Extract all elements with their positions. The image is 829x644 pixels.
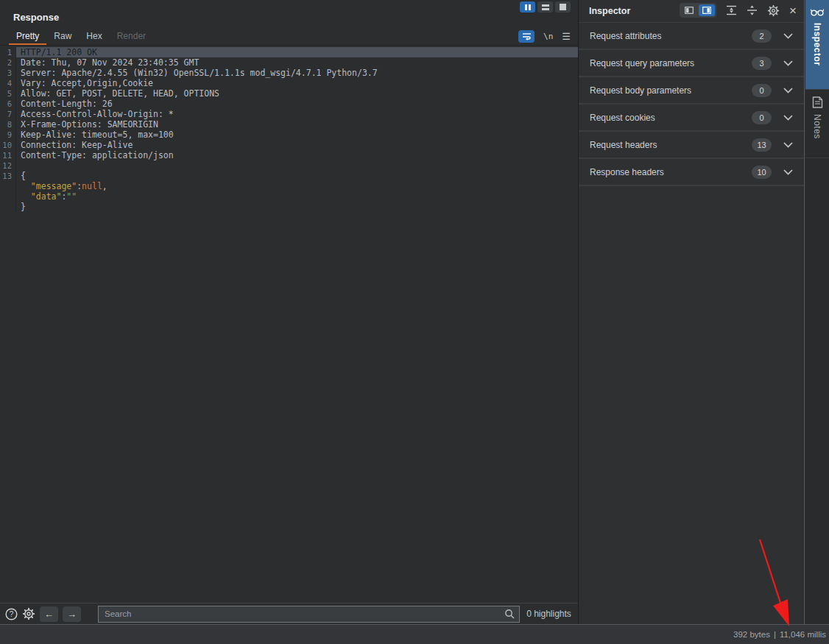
line-number: 5 — [0, 88, 16, 99]
editor-line: 9Keep-Alive: timeout=5, max=100 — [0, 130, 578, 140]
editor-line: 3Server: Apache/2.4.55 (Win32) OpenSSL/1… — [0, 68, 578, 78]
line-content: Date: Thu, 07 Nov 2024 23:40:35 GMT — [16, 57, 578, 68]
line-content: } — [16, 202, 578, 212]
collapse-all-button[interactable] — [747, 5, 758, 15]
editor-line: 8X-Frame-Options: SAMEORIGIN — [0, 119, 578, 130]
line-number: 3 — [0, 68, 16, 78]
line-content: "message":null, — [16, 181, 578, 191]
response-time: 11,046 millis — [780, 630, 826, 639]
line-content — [16, 160, 578, 171]
side-tab-strip: Inspector Notes — [805, 0, 829, 624]
dock-left-button[interactable] — [681, 4, 697, 16]
tab-render: Render — [110, 28, 153, 45]
line-number: 9 — [0, 130, 16, 140]
line-number: 8 — [0, 119, 16, 130]
line-content: Content-Type: application/json — [16, 150, 578, 160]
inspector-section-row[interactable]: Request body parameters 0 — [579, 77, 804, 105]
section-label: Request attributes — [590, 31, 752, 41]
section-label: Request body parameters — [590, 85, 752, 96]
inspector-section-row[interactable]: Request query parameters 3 — [579, 50, 804, 77]
arrow-left-icon: ← — [44, 609, 54, 620]
dock-right-icon — [702, 7, 711, 14]
search-settings-button[interactable] — [22, 607, 35, 620]
section-count-badge: 3 — [752, 57, 772, 70]
line-number: 10 — [0, 140, 16, 150]
expand-all-icon — [726, 5, 737, 15]
line-content: Content-Length: 26 — [16, 99, 578, 109]
response-tabs: Pretty Raw Hex Render \n ☰ — [0, 28, 578, 46]
line-content: Keep-Alive: timeout=5, max=100 — [16, 130, 578, 140]
line-number: 4 — [0, 78, 16, 88]
help-button[interactable]: ? — [4, 607, 18, 620]
chevron-down-icon[interactable] — [783, 33, 793, 39]
editor-line: 12 — [0, 160, 578, 171]
search-toolbar: ? ← → — [0, 603, 578, 624]
line-content: HTTP/1.1 200 OK — [16, 47, 578, 57]
search-input[interactable] — [98, 606, 520, 623]
inspector-settings-button[interactable] — [767, 4, 780, 17]
editor-line: 4Vary: Accept,Origin,Cookie — [0, 78, 578, 88]
side-tab-notes[interactable]: Notes — [805, 90, 829, 158]
line-number: 7 — [0, 109, 16, 119]
close-inspector-button[interactable]: × — [789, 4, 797, 17]
section-label: Request cookies — [590, 113, 752, 123]
inspector-section-row[interactable]: Response headers 10 — [579, 159, 804, 186]
newline-toggle[interactable]: \n — [543, 32, 553, 41]
inspector-section-row[interactable]: Request cookies 0 — [579, 105, 804, 132]
line-content: { — [16, 171, 578, 181]
notes-icon — [812, 96, 823, 108]
chevron-down-icon[interactable] — [783, 142, 793, 148]
section-count-badge: 10 — [752, 166, 772, 179]
editor-menu-icon[interactable]: ☰ — [562, 32, 571, 41]
tab-pretty[interactable]: Pretty — [9, 28, 46, 45]
layout-stacked-button[interactable] — [537, 1, 553, 13]
inspector-header-icons: × — [680, 3, 797, 18]
editor-line: 1HTTP/1.1 200 OK — [0, 47, 578, 57]
section-count-badge: 0 — [752, 84, 772, 97]
section-label: Response headers — [590, 167, 752, 177]
next-match-button[interactable]: → — [63, 606, 81, 622]
inspector-panel: Inspector — [579, 0, 805, 624]
inspector-section-row[interactable]: Request headers 13 — [579, 132, 804, 159]
line-content: X-Frame-Options: SAMEORIGIN — [16, 119, 578, 130]
app-window: Response Pretty Raw Hex Render — [0, 0, 829, 644]
response-size: 392 bytes — [733, 630, 770, 639]
gear-icon — [22, 607, 35, 620]
side-tab-notes-label: Notes — [812, 114, 822, 139]
collapse-all-icon — [747, 5, 758, 15]
inspector-section-row[interactable]: Request attributes 2 — [579, 23, 804, 50]
chevron-down-icon[interactable] — [783, 88, 793, 93]
chevron-down-icon[interactable] — [783, 60, 793, 66]
search-field-wrap — [98, 606, 520, 623]
editor-options: \n ☰ — [518, 28, 571, 44]
dock-toggle-group — [680, 3, 716, 18]
expand-all-button[interactable] — [726, 5, 737, 15]
previous-match-button[interactable]: ← — [40, 606, 58, 622]
word-wrap-button[interactable] — [518, 30, 535, 43]
editor-line: 7Access-Control-Allow-Origin: * — [0, 109, 578, 119]
editor-line: "message":null, — [0, 181, 578, 191]
response-editor[interactable]: 1HTTP/1.1 200 OK2Date: Thu, 07 Nov 2024 … — [0, 46, 578, 603]
line-number: 13 — [0, 171, 16, 181]
inspector-header: Inspector — [579, 0, 804, 23]
line-content: "data":"" — [16, 191, 578, 202]
editor-line: 6Content-Length: 26 — [0, 99, 578, 109]
layout-split-button[interactable] — [520, 1, 535, 13]
tab-raw[interactable]: Raw — [46, 28, 79, 45]
line-content: Vary: Accept,Origin,Cookie — [16, 78, 578, 88]
chevron-down-icon[interactable] — [783, 169, 793, 175]
inspector-glasses-icon — [811, 7, 824, 17]
tab-hex[interactable]: Hex — [79, 28, 109, 45]
line-content: Connection: Keep-Alive — [16, 140, 578, 150]
dock-right-button[interactable] — [699, 4, 715, 16]
side-tab-inspector[interactable]: Inspector — [805, 0, 829, 90]
layout-single-button[interactable] — [555, 1, 571, 13]
arrow-right-icon: → — [67, 609, 77, 620]
editor-line: 2Date: Thu, 07 Nov 2024 23:40:35 GMT — [0, 57, 578, 68]
section-count-badge: 13 — [752, 138, 772, 152]
response-pane: Response Pretty Raw Hex Render — [0, 0, 579, 624]
inspector-title: Inspector — [589, 6, 630, 16]
chevron-down-icon[interactable] — [783, 115, 793, 121]
line-content: Access-Control-Allow-Origin: * — [16, 109, 578, 119]
line-number: 6 — [0, 99, 16, 109]
